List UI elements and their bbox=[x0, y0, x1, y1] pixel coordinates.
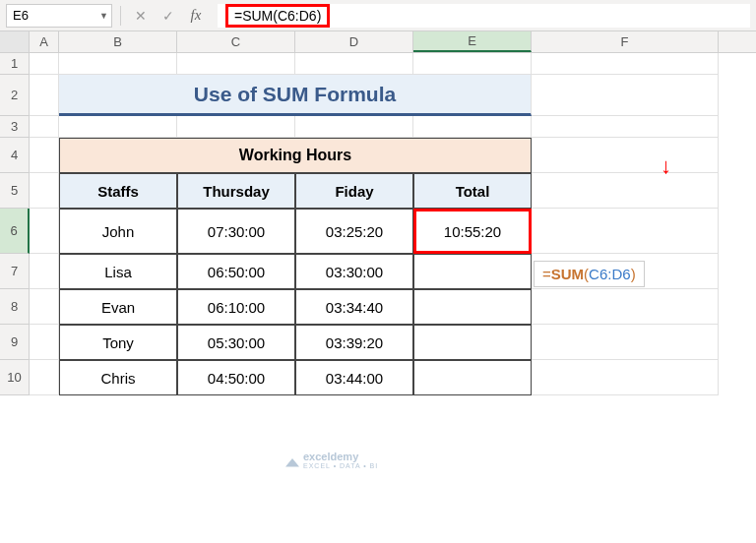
cell[interactable] bbox=[295, 116, 413, 138]
cell-staff[interactable]: Tony bbox=[59, 325, 177, 360]
column-headers: A B C D E F bbox=[0, 31, 756, 53]
col-staffs[interactable]: Staffs bbox=[59, 173, 177, 209]
row-3: 3 bbox=[0, 116, 756, 138]
col-header-f[interactable]: F bbox=[532, 31, 719, 52]
formula-text: =SUM(C6:D6) bbox=[225, 4, 330, 28]
cell-thu[interactable]: 06:50:00 bbox=[177, 254, 295, 289]
enter-icon[interactable]: ✓ bbox=[157, 4, 180, 28]
name-box[interactable]: E6 ▼ bbox=[6, 4, 112, 28]
fx-icon[interactable]: fx bbox=[184, 4, 208, 28]
row-header-5[interactable]: 5 bbox=[0, 173, 30, 209]
cell-staff[interactable]: Chris bbox=[59, 360, 177, 395]
row-header-10[interactable]: 10 bbox=[0, 360, 30, 395]
cell[interactable] bbox=[532, 209, 719, 254]
divider bbox=[120, 6, 121, 26]
col-friday[interactable]: Fiday bbox=[295, 173, 413, 209]
annot-ref: C6:D6 bbox=[589, 266, 631, 282]
cell-total[interactable] bbox=[413, 254, 532, 289]
chevron-down-icon[interactable]: ▼ bbox=[99, 11, 108, 21]
cell[interactable] bbox=[413, 116, 532, 138]
cell-thu[interactable]: 05:30:00 bbox=[177, 325, 295, 360]
cell-thu[interactable]: 07:30:00 bbox=[177, 209, 295, 254]
cancel-icon[interactable]: ✕ bbox=[129, 4, 153, 28]
cell[interactable] bbox=[532, 53, 719, 75]
col-header-b[interactable]: B bbox=[59, 31, 177, 52]
row-6: 6 John 07:30:00 03:25:20 10:55:20 bbox=[0, 209, 756, 254]
row-5: 5 Staffs Thursday Fiday Total bbox=[0, 173, 756, 209]
cell[interactable] bbox=[30, 75, 59, 116]
row-10: 10 Chris 04:50:00 03:44:00 bbox=[0, 360, 756, 395]
col-header-d[interactable]: D bbox=[295, 31, 413, 52]
cell[interactable] bbox=[30, 173, 59, 209]
name-box-value: E6 bbox=[13, 8, 29, 23]
col-header-e[interactable]: E bbox=[413, 31, 532, 52]
cell[interactable] bbox=[30, 289, 59, 325]
cell[interactable] bbox=[59, 53, 177, 75]
cell[interactable] bbox=[30, 254, 59, 289]
col-total[interactable]: Total bbox=[413, 173, 532, 209]
cell[interactable] bbox=[532, 360, 719, 395]
cell-staff[interactable]: Evan bbox=[59, 289, 177, 325]
row-2: 2 Use of SUM Formula bbox=[0, 75, 756, 116]
cell-total[interactable] bbox=[413, 360, 532, 395]
cell-total-selected[interactable]: 10:55:20 bbox=[413, 209, 532, 254]
cell[interactable] bbox=[59, 116, 177, 138]
annot-close: ) bbox=[631, 266, 636, 282]
cell[interactable] bbox=[30, 325, 59, 360]
annot-fn: SUM bbox=[551, 266, 584, 282]
cell-fri[interactable]: 03:30:00 bbox=[295, 254, 413, 289]
cell-fri[interactable]: 03:39:20 bbox=[295, 325, 413, 360]
row-header-1[interactable]: 1 bbox=[0, 53, 30, 75]
cell[interactable] bbox=[30, 116, 59, 138]
cell[interactable] bbox=[177, 53, 295, 75]
watermark-tagline: EXCEL • DATA • BI bbox=[303, 462, 378, 469]
col-header-a[interactable]: A bbox=[30, 31, 59, 52]
col-header-c[interactable]: C bbox=[177, 31, 295, 52]
cell[interactable] bbox=[177, 116, 295, 138]
cell-fri[interactable]: 03:34:40 bbox=[295, 289, 413, 325]
cell[interactable] bbox=[532, 325, 719, 360]
row-header-8[interactable]: 8 bbox=[0, 289, 30, 325]
cell[interactable] bbox=[413, 53, 532, 75]
row-header-3[interactable]: 3 bbox=[0, 116, 30, 138]
cell-thu[interactable]: 06:10:00 bbox=[177, 289, 295, 325]
row-header-2[interactable]: 2 bbox=[0, 75, 30, 116]
row-header-6[interactable]: 6 bbox=[0, 209, 30, 254]
cell-staff[interactable]: John bbox=[59, 209, 177, 254]
cell[interactable] bbox=[532, 116, 719, 138]
cell[interactable] bbox=[532, 173, 719, 209]
row-8: 8 Evan 06:10:00 03:34:40 bbox=[0, 289, 756, 325]
col-thursday[interactable]: Thursday bbox=[177, 173, 295, 209]
formula-bar: E6 ▼ ✕ ✓ fx =SUM(C6:D6) bbox=[0, 0, 756, 31]
formula-input[interactable]: =SUM(C6:D6) bbox=[218, 4, 750, 28]
cell[interactable] bbox=[532, 75, 719, 116]
table-title[interactable]: Working Hours bbox=[59, 138, 532, 173]
row-header-4[interactable]: 4 bbox=[0, 138, 30, 173]
cell[interactable] bbox=[30, 360, 59, 395]
row-1: 1 bbox=[0, 53, 756, 75]
title-cell[interactable]: Use of SUM Formula bbox=[59, 75, 532, 116]
grid: 1 2 Use of SUM Formula 3 4 Worki bbox=[0, 53, 756, 395]
cell[interactable] bbox=[30, 209, 59, 254]
cell[interactable] bbox=[532, 138, 719, 173]
row-header-7[interactable]: 7 bbox=[0, 254, 30, 289]
cell-total[interactable] bbox=[413, 289, 532, 325]
row-4: 4 Working Hours bbox=[0, 138, 756, 173]
cell-total[interactable] bbox=[413, 325, 532, 360]
row-header-9[interactable]: 9 bbox=[0, 325, 30, 360]
cell[interactable] bbox=[532, 289, 719, 325]
cell[interactable] bbox=[30, 138, 59, 173]
cell[interactable] bbox=[30, 53, 59, 75]
select-all-corner[interactable] bbox=[0, 31, 30, 52]
cell-fri[interactable]: 03:25:20 bbox=[295, 209, 413, 254]
formula-annotation: =SUM(C6:D6) bbox=[534, 261, 645, 287]
cell[interactable] bbox=[295, 53, 413, 75]
cell-fri[interactable]: 03:44:00 bbox=[295, 360, 413, 395]
watermark-brand: exceldemy bbox=[303, 451, 378, 462]
watermark-logo-icon bbox=[285, 453, 299, 467]
cell-thu[interactable]: 04:50:00 bbox=[177, 360, 295, 395]
annot-eq: = bbox=[542, 266, 551, 282]
spreadsheet: A B C D E F 1 2 Use of SUM Formula 3 bbox=[0, 31, 756, 395]
watermark: exceldemy EXCEL • DATA • BI bbox=[285, 451, 378, 469]
cell-staff[interactable]: Lisa bbox=[59, 254, 177, 289]
